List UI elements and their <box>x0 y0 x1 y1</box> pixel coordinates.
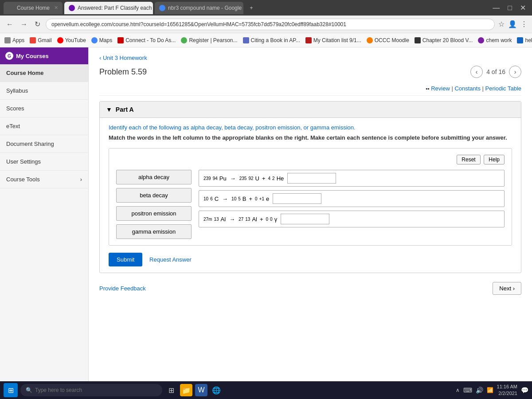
register-icon <box>181 37 187 43</box>
bookmark-maps[interactable]: Maps <box>91 37 112 43</box>
new-tab-button[interactable]: + <box>245 2 258 14</box>
window-controls: — □ ✕ <box>490 4 528 12</box>
taskbar-word[interactable]: W <box>195 384 207 396</box>
left-item-alpha[interactable]: alpha decay <box>116 170 192 184</box>
breadcrumb[interactable]: Unit 3 Homework <box>99 55 521 61</box>
tab-course-home[interactable]: Course Home ✕ <box>4 2 63 14</box>
bookmark-chapter-label: Chapter 20 Blood V... <box>422 37 473 43</box>
close-button[interactable]: ✕ <box>517 4 528 12</box>
tab-label-active: Answered: Part F Classify each o <box>78 5 153 11</box>
back-button[interactable]: ← <box>4 20 15 28</box>
bookmark-chapter[interactable]: Chapter 20 Blood V... <box>415 37 473 43</box>
next-button[interactable]: Next › <box>493 282 521 295</box>
submit-row: Submit Request Answer <box>109 253 512 266</box>
part-collapse-arrow[interactable]: ▼ <box>106 106 112 113</box>
sidebar-item-course-home[interactable]: Course Home <box>0 64 88 82</box>
left-column: alpha decay beta decay positron emission… <box>116 170 192 239</box>
review-icon: ▪▪ <box>426 86 430 92</box>
address-input[interactable] <box>46 19 495 30</box>
request-answer-link[interactable]: Request Answer <box>149 256 192 263</box>
tab-favicon-google <box>159 5 165 11</box>
sidebar-etext-label: eText <box>6 123 20 129</box>
new-tab-icon: + <box>250 5 253 11</box>
tab-google[interactable]: nbr3 compound name - Google ✕ <box>155 2 243 14</box>
bookmark-gmail[interactable]: Gmail <box>30 37 51 43</box>
taskbar-file-explorer[interactable]: 📁 <box>180 384 192 396</box>
bookmark-connect[interactable]: Connect - To Do As... <box>117 37 176 43</box>
left-item-gamma[interactable]: gamma emission <box>116 224 192 239</box>
taskbar-search-box[interactable]: 🔍 <box>20 384 162 396</box>
reset-help-row: Reset Help <box>116 155 505 164</box>
sidebar-title: My Courses <box>16 53 49 59</box>
search-input[interactable] <box>35 387 157 393</box>
bookmark-help[interactable]: help <box>517 37 532 43</box>
next-problem-button[interactable]: › <box>509 66 521 78</box>
sidebar-scores-label: Scores <box>6 105 24 112</box>
chevron-up-icon[interactable]: ∧ <box>456 387 460 393</box>
forward-button[interactable]: → <box>19 20 29 28</box>
equation-row-2: 106C → 105B + 0+1e <box>199 190 505 207</box>
profile-icon[interactable]: 👤 <box>508 20 517 28</box>
provide-feedback-link[interactable]: Provide Feedback <box>99 285 146 292</box>
sidebar-user-settings-label: User Settings <box>6 158 41 165</box>
sidebar-item-document-sharing[interactable]: Document Sharing <box>0 135 88 153</box>
equation-row-1: 23994Pu → 23592U + 42He <box>199 170 505 187</box>
constants-link[interactable]: Constants <box>454 85 481 92</box>
sidebar-syllabus-label: Syllabus <box>6 87 28 94</box>
previous-problem-button[interactable]: ‹ <box>470 66 483 78</box>
reset-button[interactable]: Reset <box>457 155 480 164</box>
maximize-button[interactable]: □ <box>505 4 515 12</box>
browser-titlebar: Course Home ✕ Answered: Part F Classify … <box>0 0 532 16</box>
minimize-button[interactable]: — <box>490 4 502 12</box>
sidebar-item-course-tools[interactable]: Course Tools › <box>0 171 88 188</box>
periodic-table-link[interactable]: Periodic Table <box>485 85 521 92</box>
sidebar-item-scores[interactable]: Scores <box>0 100 88 117</box>
notification-icon[interactable]: 💬 <box>521 387 528 394</box>
search-icon: 🔍 <box>26 387 32 393</box>
bookmark-youtube[interactable]: YouTube <box>57 37 86 43</box>
youtube-icon <box>57 37 63 43</box>
problem-count: 4 of 16 <box>486 68 505 75</box>
sound-icon[interactable]: 🔊 <box>476 387 483 394</box>
sidebar-logo: G <box>5 52 13 60</box>
start-button[interactable]: ⊞ <box>4 383 18 397</box>
help-icon <box>517 37 523 43</box>
bookmark-star-icon[interactable]: ☆ <box>498 20 505 28</box>
bookmark-gmail-label: Gmail <box>38 37 51 43</box>
answer-input-2[interactable] <box>273 193 321 204</box>
address-bar: ← → ↻ ☆ 👤 ⋮ <box>0 16 532 33</box>
keyboard-icon[interactable]: ⌨ <box>463 387 472 394</box>
bookmark-moodle[interactable]: OCCC Moodle <box>367 37 409 43</box>
submit-button[interactable]: Submit <box>109 253 142 266</box>
sidebar-item-user-settings[interactable]: User Settings <box>0 153 88 171</box>
taskbar-date-display: 2/2/2021 <box>497 390 517 397</box>
gmail-icon <box>30 37 36 43</box>
bookmark-citation[interactable]: My Citation list 9/1... <box>305 37 361 43</box>
bookmark-citation-label: My Citation list 9/1... <box>313 37 361 43</box>
left-item-positron[interactable]: positron emission <box>116 206 192 221</box>
review-link[interactable]: Review <box>431 85 450 92</box>
chapter-icon <box>415 37 421 43</box>
sidebar-item-syllabus[interactable]: Syllabus <box>0 82 88 100</box>
sidebar-item-etext[interactable]: eText <box>0 117 88 135</box>
bookmark-apps[interactable]: Apps <box>4 37 24 43</box>
part-label: Part A <box>116 106 134 113</box>
answer-input-1[interactable] <box>287 173 336 184</box>
bookmark-maps-label: Maps <box>99 37 112 43</box>
address-bar-actions: ☆ 👤 ⋮ <box>498 20 528 28</box>
bookmark-chem[interactable]: chem work <box>478 37 512 43</box>
wifi-icon[interactable]: 📶 <box>487 387 493 393</box>
bookmark-register[interactable]: Register | Pearson... <box>181 37 237 43</box>
tab-answered[interactable]: Answered: Part F Classify each o ✕ <box>64 2 153 14</box>
reload-button[interactable]: ↻ <box>33 20 42 28</box>
apps-icon <box>4 37 11 43</box>
answer-input-3[interactable] <box>281 214 329 224</box>
taskbar-chrome[interactable]: 🌐 <box>210 384 223 396</box>
tab-close-button[interactable]: ✕ <box>54 5 58 11</box>
chevron-right-icon: › <box>80 176 82 183</box>
left-item-beta[interactable]: beta decay <box>116 188 192 203</box>
bookmark-citing[interactable]: Citing a Book in AP... <box>243 37 300 43</box>
taskbar-task-view[interactable]: ⊞ <box>165 384 177 396</box>
help-button[interactable]: Help <box>484 155 505 164</box>
menu-icon[interactable]: ⋮ <box>520 20 528 28</box>
